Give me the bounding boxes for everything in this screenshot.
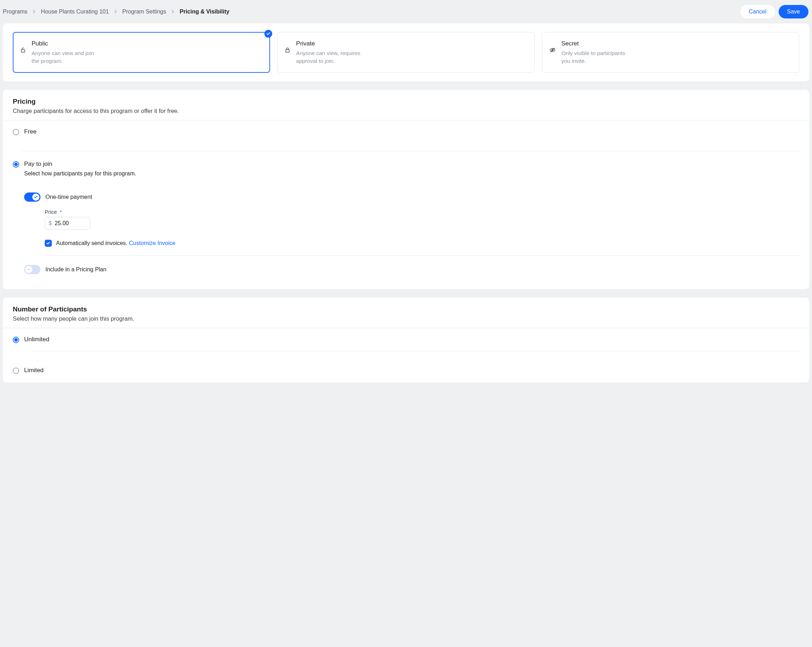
- price-input[interactable]: $: [45, 217, 90, 230]
- customize-invoice-link[interactable]: Customize Invoice: [129, 240, 176, 246]
- one-time-label: One-time payment: [46, 194, 92, 200]
- visibility-option-private[interactable]: Private Anyone can view, requires approv…: [277, 32, 534, 73]
- radio-free[interactable]: [13, 129, 19, 135]
- visibility-desc: Only visible to participants you invite.: [562, 49, 632, 65]
- pricing-plan-label: Include in a Pricing Plan: [46, 266, 107, 273]
- required-indicator: *: [60, 209, 62, 215]
- visibility-option-public[interactable]: Public Anyone can view and join the prog…: [13, 32, 270, 73]
- visibility-title: Private: [296, 40, 367, 47]
- toggle-pricing-plan[interactable]: [24, 265, 40, 274]
- visibility-desc: Anyone can view and join the program.: [32, 49, 102, 65]
- radio-limited[interactable]: [13, 367, 19, 374]
- svg-rect-1: [286, 50, 289, 52]
- pay-sub: Select how participants pay for this pro…: [24, 170, 799, 177]
- save-button[interactable]: Save: [778, 5, 809, 18]
- price-label: Price: [45, 209, 57, 215]
- free-label: Free: [24, 128, 799, 135]
- participants-subtitle: Select how many people can join this pro…: [13, 315, 799, 322]
- chevron-right-icon: [171, 9, 175, 14]
- breadcrumb-current: Pricing & Visibility: [180, 9, 229, 15]
- check-icon: [32, 194, 40, 200]
- checkbox-auto-invoice[interactable]: [45, 240, 52, 247]
- cancel-button[interactable]: Cancel: [740, 5, 775, 18]
- breadcrumb-item[interactable]: House Plants Curating 101: [41, 9, 108, 15]
- pricing-subtitle: Charge participants for access to this p…: [13, 108, 799, 114]
- pricing-title: Pricing: [13, 98, 799, 106]
- price-field[interactable]: [55, 220, 83, 226]
- breadcrumb-item[interactable]: Program Settings: [122, 9, 166, 15]
- currency-symbol: $: [49, 220, 52, 226]
- visibility-title: Public: [32, 40, 102, 47]
- visibility-option-secret[interactable]: Secret Only visible to participants you …: [542, 32, 799, 73]
- lock-icon: [285, 40, 290, 65]
- breadcrumb-item[interactable]: Programs: [3, 9, 27, 15]
- svg-rect-0: [21, 50, 25, 52]
- visibility-desc: Anyone can view, requires approval to jo…: [296, 49, 367, 65]
- chevron-right-icon: [32, 9, 36, 14]
- pay-label: Pay to join: [24, 161, 799, 168]
- visibility-title: Secret: [562, 40, 632, 47]
- eye-off-icon: [549, 40, 556, 65]
- check-icon: [264, 30, 272, 38]
- unlock-icon: [20, 40, 26, 65]
- radio-unlimited[interactable]: [13, 337, 19, 343]
- invoice-label: Automatically send invoices.: [56, 240, 127, 246]
- breadcrumb: Programs House Plants Curating 101 Progr…: [3, 9, 229, 15]
- limited-label: Limited: [24, 367, 799, 374]
- toggle-one-time-payment[interactable]: [24, 193, 40, 202]
- participants-title: Number of Participants: [13, 305, 799, 313]
- unlimited-label: Unlimited: [24, 336, 799, 343]
- radio-pay-to-join[interactable]: [13, 161, 19, 168]
- chevron-right-icon: [114, 9, 118, 14]
